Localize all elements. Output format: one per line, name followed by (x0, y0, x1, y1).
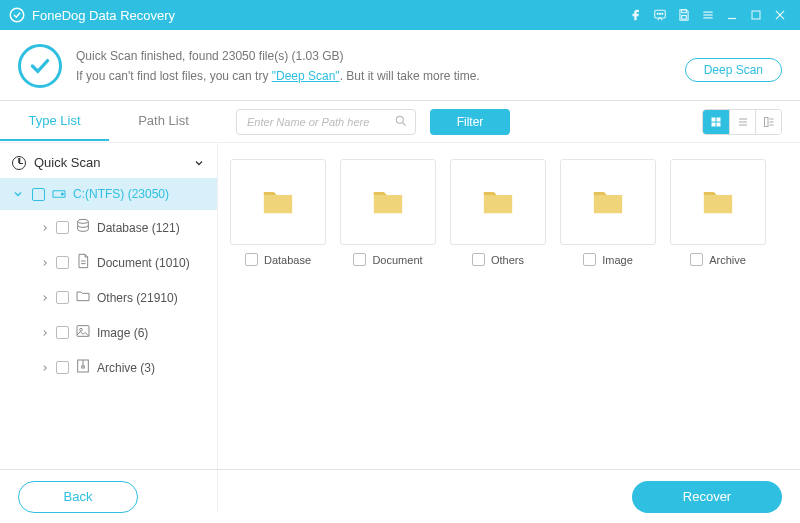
svg-rect-18 (712, 122, 716, 126)
chevron-right-icon (40, 363, 50, 373)
view-toggle (702, 109, 782, 135)
chevron-right-icon (40, 223, 50, 233)
status-line1-prefix: Quick Scan finished, found (76, 49, 222, 63)
app-title: FoneDog Data Recovery (32, 8, 175, 23)
view-detail-button[interactable] (755, 110, 781, 134)
filter-button[interactable]: Filter (430, 109, 510, 135)
status-file-count: 23050 (222, 49, 255, 63)
tree-item-label: Archive (3) (97, 361, 155, 375)
folder-checkbox[interactable] (690, 253, 703, 266)
svg-rect-17 (717, 117, 721, 121)
tree-item-label: Image (6) (97, 326, 148, 340)
status-line2-prefix: If you can't find lost files, you can tr… (76, 69, 272, 83)
tree-item-label: Others (21910) (97, 291, 178, 305)
toolbar: Type List Path List Filter (0, 101, 800, 143)
back-button[interactable]: Back (18, 481, 138, 513)
folder-checkbox[interactable] (583, 253, 596, 266)
folder-checkbox[interactable] (472, 253, 485, 266)
facebook-icon[interactable] (624, 3, 648, 27)
database-icon (75, 218, 91, 237)
tree-item-label: Database (121) (97, 221, 180, 235)
svg-rect-11 (752, 11, 760, 19)
recover-button[interactable]: Recover (632, 481, 782, 513)
deep-scan-button[interactable]: Deep Scan (685, 58, 782, 82)
feedback-icon[interactable] (648, 3, 672, 27)
folder-thumb[interactable] (230, 159, 326, 245)
footer: Back Recover (0, 469, 800, 523)
drive-icon (51, 186, 67, 202)
search-input[interactable] (236, 109, 416, 135)
svg-rect-5 (682, 10, 687, 13)
others-icon (75, 288, 91, 307)
svg-point-28 (61, 193, 63, 195)
document-icon (75, 253, 91, 272)
folder-icon (701, 187, 735, 217)
minimize-icon[interactable] (720, 3, 744, 27)
folder-label-text: Image (602, 254, 633, 266)
folder-checkbox[interactable] (353, 253, 366, 266)
save-icon[interactable] (672, 3, 696, 27)
folder-thumb[interactable] (560, 159, 656, 245)
folder-thumb[interactable] (340, 159, 436, 245)
status-panel: Quick Scan finished, found 23050 file(s)… (0, 30, 800, 101)
maximize-icon[interactable] (744, 3, 768, 27)
tree-item-checkbox[interactable] (56, 256, 69, 269)
tab-path-list[interactable]: Path List (109, 102, 218, 141)
folder-label-text: Database (264, 254, 311, 266)
folder-card: Archive (670, 159, 766, 266)
tree-item-checkbox[interactable] (56, 221, 69, 234)
chevron-down-icon (12, 188, 24, 200)
svg-rect-23 (764, 117, 768, 126)
tree-item[interactable]: Others (21910) (0, 280, 217, 315)
tree-item-checkbox[interactable] (56, 326, 69, 339)
status-text: Quick Scan finished, found 23050 file(s)… (76, 46, 480, 87)
svg-point-33 (80, 328, 83, 331)
tab-type-list[interactable]: Type List (0, 102, 109, 141)
view-list-button[interactable] (729, 110, 755, 134)
svg-rect-36 (82, 366, 85, 368)
folder-label-text: Others (491, 254, 524, 266)
tree-drive-label: C:(NTFS) (23050) (73, 187, 169, 201)
folder-label-text: Archive (709, 254, 746, 266)
deep-scan-link[interactable]: "Deep Scan" (272, 69, 340, 83)
sidebar: Quick Scan C:(NTFS) (23050) Database (12… (0, 143, 218, 513)
image-icon (75, 323, 91, 342)
logo-icon (8, 6, 26, 24)
tree-item[interactable]: Database (121) (0, 210, 217, 245)
folder-grid: Database Document Others (218, 143, 800, 513)
view-grid-button[interactable] (703, 110, 729, 134)
tab-group: Type List Path List (0, 102, 218, 141)
folder-card: Database (230, 159, 326, 266)
drive-checkbox[interactable] (32, 188, 45, 201)
chevron-right-icon (40, 328, 50, 338)
folder-card: Document (340, 159, 436, 266)
folder-thumb[interactable] (670, 159, 766, 245)
svg-point-3 (659, 13, 660, 14)
svg-point-0 (10, 8, 24, 22)
folder-card: Image (560, 159, 656, 266)
folder-checkbox[interactable] (245, 253, 258, 266)
tree-root-label: Quick Scan (34, 155, 100, 170)
tree-item-checkbox[interactable] (56, 291, 69, 304)
tree-item[interactable]: Archive (3) (0, 350, 217, 385)
folder-icon (261, 187, 295, 217)
tree-item-label: Document (1010) (97, 256, 190, 270)
chevron-right-icon (40, 258, 50, 268)
tree-item[interactable]: Document (1010) (0, 245, 217, 280)
chevron-right-icon (40, 293, 50, 303)
tree-item-checkbox[interactable] (56, 361, 69, 374)
chevron-down-icon (193, 157, 205, 169)
close-icon[interactable] (768, 3, 792, 27)
app-logo: FoneDog Data Recovery (8, 6, 175, 24)
folder-icon (591, 187, 625, 217)
svg-rect-16 (712, 117, 716, 121)
main-area: Quick Scan C:(NTFS) (23050) Database (12… (0, 143, 800, 513)
folder-icon (481, 187, 515, 217)
menu-icon[interactable] (696, 3, 720, 27)
tree-drive-c[interactable]: C:(NTFS) (23050) (0, 178, 217, 210)
folder-thumb[interactable] (450, 159, 546, 245)
tree-root-quick-scan[interactable]: Quick Scan (0, 147, 217, 178)
status-size: 1.03 GB (295, 49, 339, 63)
tree-item[interactable]: Image (6) (0, 315, 217, 350)
archive-icon (75, 358, 91, 377)
